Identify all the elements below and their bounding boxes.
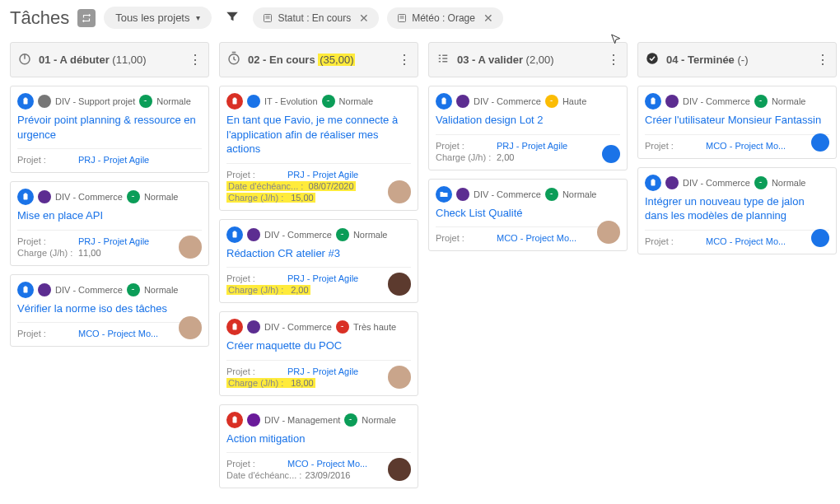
priority-icon — [344, 413, 357, 427]
card-field-link[interactable]: PRJ - Projet Agile — [497, 141, 567, 151]
column-header[interactable]: 04 - Terminée (-) ⋮ — [637, 42, 837, 77]
svg-rect-14 — [233, 324, 237, 330]
card-category: DIV - Commerce — [264, 230, 332, 240]
card-title[interactable]: Check List Qualité — [429, 206, 627, 227]
column-status-icon — [436, 51, 450, 68]
close-icon[interactable]: ✕ — [483, 12, 493, 25]
assignee-avatar[interactable] — [388, 180, 411, 203]
svg-rect-12 — [233, 231, 237, 237]
filter-chip-meteo[interactable]: Météo : Orage ✕ — [387, 7, 503, 29]
column-header[interactable]: 02 - En cours (35,00) ⋮ — [219, 42, 418, 77]
category-icon — [38, 190, 51, 203]
card-priority: Normale — [562, 189, 597, 199]
task-card[interactable]: IT - Evolution Normale En tant que Favio… — [219, 86, 418, 211]
column-status-icon — [226, 51, 241, 68]
task-card[interactable]: DIV - Commerce Normale Rédaction CR atel… — [219, 219, 418, 304]
card-title[interactable]: Intégrer un nouveau type de jalon dans l… — [638, 194, 836, 230]
card-field-link[interactable]: PRJ - Projet Agile — [287, 273, 358, 283]
assignee-avatar[interactable] — [811, 229, 829, 247]
card-field-label: Projet : — [436, 233, 493, 243]
card-priority: Normale — [772, 96, 806, 106]
svg-rect-5 — [24, 194, 28, 200]
priority-icon — [545, 188, 558, 201]
task-card[interactable]: DIV - Support projet Normale Prévoir poi… — [10, 86, 209, 173]
task-card[interactable]: DIV - Commerce Normale Mise en place API… — [10, 181, 209, 266]
column-menu-icon[interactable]: ⋮ — [189, 56, 202, 64]
card-priority: Haute — [562, 96, 586, 106]
svg-rect-11 — [234, 98, 236, 100]
svg-point-20 — [646, 53, 658, 64]
assignee-avatar[interactable] — [811, 133, 829, 152]
card-title[interactable]: Action mitigation — [220, 432, 418, 453]
column-header[interactable]: 01 - A débuter (11,00) ⋮ — [10, 42, 209, 77]
card-field-label: Projet : — [436, 141, 493, 151]
card-field-label: Charge (J/h) : — [436, 152, 493, 162]
svg-rect-16 — [233, 417, 237, 422]
card-category: DIV - Commerce — [474, 96, 541, 106]
card-field-link[interactable]: MCO - Project Mo... — [706, 236, 786, 246]
category-icon — [665, 176, 679, 189]
assignee-avatar[interactable] — [388, 366, 411, 389]
column-title: 02 - En cours (35,00) — [248, 54, 391, 66]
card-title[interactable]: Créer l'utilisateur Monsieur Fantassin — [638, 113, 836, 134]
assignee-avatar[interactable] — [179, 316, 202, 339]
page-title: Tâches — [10, 7, 69, 29]
task-card[interactable]: DIV - Commerce Normale Check List Qualit… — [428, 179, 628, 252]
card-title[interactable]: Vérifier la norme iso des tâches — [11, 301, 208, 323]
svg-rect-13 — [234, 231, 236, 232]
card-category: DIV - Management — [264, 415, 340, 425]
task-card[interactable]: DIV - Commerce Très haute Créer maquette… — [219, 311, 418, 396]
card-field-link[interactable]: PRJ - Projet Agile — [287, 366, 358, 376]
priority-icon — [139, 95, 152, 108]
category-icon — [247, 95, 260, 108]
clipboard-icon — [226, 226, 243, 243]
svg-rect-3 — [24, 99, 28, 105]
card-field-link[interactable]: PRJ - Projet Agile — [78, 155, 149, 165]
column-header[interactable]: 03 - A valider (2,00) ⋮ — [428, 42, 628, 77]
category-icon — [456, 95, 469, 108]
card-field-link[interactable]: PRJ - Projet Agile — [78, 236, 149, 246]
card-field-link[interactable]: MCO - Project Mo... — [497, 233, 576, 243]
column-menu-icon[interactable]: ⋮ — [816, 56, 829, 64]
card-field-link[interactable]: MCO - Project Mo... — [706, 141, 786, 151]
card-priority: Normale — [772, 178, 806, 188]
column-menu-icon[interactable]: ⋮ — [607, 56, 620, 64]
task-card[interactable]: DIV - Management Normale Action mitigati… — [219, 404, 418, 489]
column-count: (35,00) — [318, 54, 355, 66]
category-icon — [665, 95, 679, 108]
card-category: DIV - Commerce — [55, 285, 123, 295]
card-title[interactable]: En tant que Favio, je me connecte à l'ap… — [220, 113, 418, 163]
filter-chip-statut[interactable]: Statut : En cours ✕ — [253, 7, 379, 29]
card-title[interactable]: Créer maquette du POC — [220, 338, 418, 360]
folder-icon — [436, 186, 452, 203]
card-field-label: Projet : — [17, 329, 75, 338]
card-head: DIV - Management Normale — [220, 405, 418, 432]
task-card[interactable]: DIV - Commerce Haute Validation design L… — [428, 86, 628, 170]
card-field-value: 08/07/2020 — [309, 181, 354, 191]
task-card[interactable]: DIV - Commerce Normale Intégrer un nouve… — [637, 167, 837, 254]
card-field-link[interactable]: PRJ - Projet Agile — [287, 170, 358, 180]
priority-icon — [754, 176, 768, 189]
card-title[interactable]: Validation design Lot 2 — [429, 113, 627, 134]
card-body: Projet :PRJ - Projet AgileDate d'échéanc… — [220, 164, 418, 210]
column-status-icon — [645, 51, 660, 68]
card-title[interactable]: Mise en place API — [11, 208, 208, 230]
card-title[interactable]: Rédaction CR atelier #3 — [220, 246, 418, 268]
card-field-label: Projet : — [17, 236, 75, 246]
card-title[interactable]: Prévoir point planning & ressource en ur… — [11, 113, 208, 148]
filter-icon[interactable] — [225, 9, 240, 26]
assignee-avatar[interactable] — [388, 273, 411, 296]
column-menu-icon[interactable]: ⋮ — [398, 56, 411, 64]
card-head: DIV - Commerce Normale — [638, 86, 836, 113]
task-card[interactable]: DIV - Commerce Normale Créer l'utilisate… — [637, 86, 837, 159]
assignee-avatar[interactable] — [602, 145, 620, 163]
clipboard-icon — [645, 175, 661, 191]
card-field-link[interactable]: MCO - Project Mo... — [287, 459, 367, 469]
assignee-avatar[interactable] — [597, 221, 620, 244]
card-field-link[interactable]: MCO - Project Mo... — [78, 329, 158, 338]
task-card[interactable]: DIV - Commerce Normale Vérifier la norme… — [10, 274, 209, 348]
close-icon[interactable]: ✕ — [359, 12, 369, 25]
assignee-avatar[interactable] — [179, 236, 202, 259]
project-selector[interactable]: Tous les projets ▾ — [104, 7, 212, 29]
swap-view-icon[interactable] — [77, 9, 96, 27]
